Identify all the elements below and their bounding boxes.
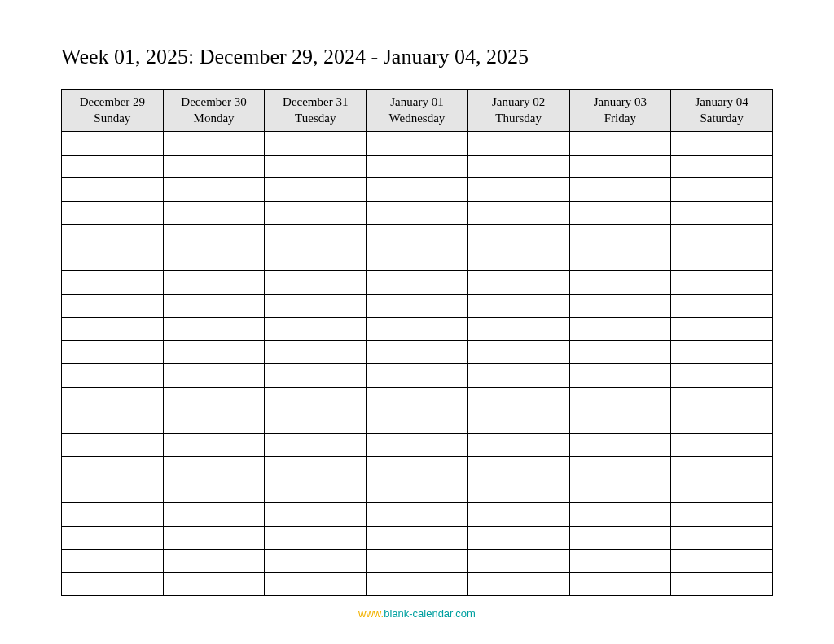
calendar-cell xyxy=(62,294,164,318)
calendar-cell xyxy=(367,294,468,318)
calendar-cell xyxy=(367,526,468,550)
calendar-cell xyxy=(265,387,367,410)
calendar-cell xyxy=(163,178,265,202)
calendar-cell xyxy=(265,155,367,178)
day-header-weekday: Friday xyxy=(573,111,668,127)
calendar-cell xyxy=(671,294,773,318)
calendar-cell xyxy=(367,550,468,573)
day-header-date: January 04 xyxy=(674,94,769,111)
calendar-cell xyxy=(467,294,569,318)
calendar-cell xyxy=(367,457,468,480)
calendar-cell xyxy=(367,132,468,156)
calendar-cell xyxy=(467,550,569,573)
table-row xyxy=(62,480,773,503)
calendar-cell xyxy=(367,271,468,295)
calendar-cell xyxy=(265,178,367,202)
calendar-cell xyxy=(62,225,164,248)
day-header-wednesday: January 01 Wednesday xyxy=(367,90,468,132)
calendar-cell xyxy=(265,526,367,550)
calendar-cell xyxy=(569,271,671,295)
day-header-weekday: Saturday xyxy=(674,111,769,127)
calendar-cell xyxy=(671,271,773,295)
calendar-cell xyxy=(62,132,164,156)
calendar-cell xyxy=(671,225,773,248)
day-header-date: December 31 xyxy=(268,94,362,111)
calendar-cell xyxy=(671,132,773,156)
day-header-date: December 30 xyxy=(167,94,261,111)
calendar-cell xyxy=(367,178,468,202)
calendar-cell xyxy=(163,318,265,341)
calendar-cell xyxy=(163,572,265,596)
calendar-cell xyxy=(569,132,671,156)
calendar-cell xyxy=(163,480,265,503)
table-row xyxy=(62,155,773,178)
calendar-cell xyxy=(265,201,367,225)
calendar-cell xyxy=(367,387,468,410)
calendar-cell xyxy=(569,526,671,550)
calendar-cell xyxy=(467,433,569,457)
calendar-cell xyxy=(367,410,468,434)
calendar-cell xyxy=(367,248,468,271)
table-row xyxy=(62,340,773,364)
calendar-cell xyxy=(569,201,671,225)
calendar-cell xyxy=(467,526,569,550)
calendar-cell xyxy=(367,433,468,457)
calendar-body xyxy=(62,132,773,596)
calendar-cell xyxy=(467,271,569,295)
calendar-cell xyxy=(265,550,367,573)
calendar-cell xyxy=(163,155,265,178)
calendar-cell xyxy=(569,410,671,434)
table-row xyxy=(62,132,773,156)
calendar-cell xyxy=(569,433,671,457)
calendar-cell xyxy=(671,433,773,457)
calendar-cell xyxy=(163,433,265,457)
calendar-cell xyxy=(569,364,671,388)
calendar-cell xyxy=(367,340,468,364)
table-row xyxy=(62,178,773,202)
calendar-cell xyxy=(367,364,468,388)
calendar-cell xyxy=(569,572,671,596)
calendar-cell xyxy=(569,248,671,271)
calendar-cell xyxy=(671,387,773,410)
calendar-cell xyxy=(467,225,569,248)
calendar-cell xyxy=(467,155,569,178)
day-header-weekday: Wednesday xyxy=(370,111,464,127)
calendar-cell xyxy=(62,155,164,178)
calendar-cell xyxy=(265,340,367,364)
calendar-cell xyxy=(569,480,671,503)
calendar-cell xyxy=(569,457,671,480)
header-row: December 29 Sunday December 30 Monday De… xyxy=(62,90,773,132)
day-header-tuesday: December 31 Tuesday xyxy=(265,90,367,132)
calendar-cell xyxy=(163,201,265,225)
calendar-cell xyxy=(265,318,367,341)
calendar-cell xyxy=(163,387,265,410)
calendar-cell xyxy=(467,340,569,364)
table-row xyxy=(62,457,773,480)
calendar-cell xyxy=(671,340,773,364)
footer-attribution: www.blank-calendar.com xyxy=(0,607,834,620)
calendar-cell xyxy=(265,572,367,596)
calendar-cell xyxy=(163,550,265,573)
calendar-cell xyxy=(163,457,265,480)
calendar-cell xyxy=(467,248,569,271)
calendar-cell xyxy=(62,503,164,527)
calendar-cell xyxy=(467,410,569,434)
day-header-saturday: January 04 Saturday xyxy=(671,90,773,132)
calendar-cell xyxy=(569,178,671,202)
calendar-cell xyxy=(671,526,773,550)
calendar-cell xyxy=(265,410,367,434)
table-row xyxy=(62,225,773,248)
calendar-cell xyxy=(62,178,164,202)
calendar-cell xyxy=(367,155,468,178)
calendar-cell xyxy=(265,364,367,388)
table-row xyxy=(62,433,773,457)
calendar-cell xyxy=(569,155,671,178)
calendar-cell xyxy=(62,364,164,388)
calendar-cell xyxy=(467,503,569,527)
calendar-cell xyxy=(62,248,164,271)
calendar-cell xyxy=(265,433,367,457)
calendar-cell xyxy=(62,410,164,434)
calendar-cell xyxy=(671,410,773,434)
calendar-cell xyxy=(671,550,773,573)
calendar-cell xyxy=(265,294,367,318)
